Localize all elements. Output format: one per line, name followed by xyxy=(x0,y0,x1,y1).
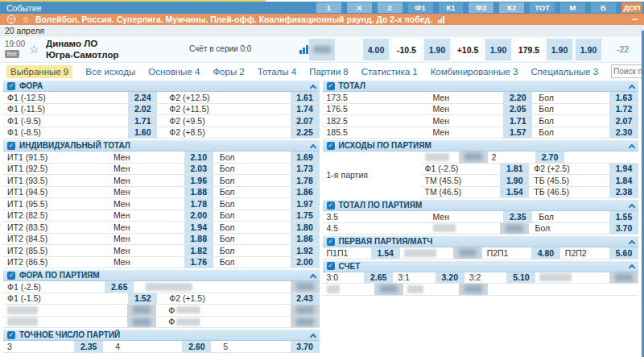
odds-cell[interactable]: 2.24 xyxy=(128,92,157,103)
odds-cell[interactable]: 1.90 xyxy=(576,39,601,60)
column-header-к2[interactable]: К2 xyxy=(499,2,524,13)
censored-odds-cell[interactable] xyxy=(309,39,335,60)
column-header-1[interactable]: 1 xyxy=(316,2,341,13)
odds-cell[interactable]: 1.54 xyxy=(500,187,529,198)
odds-cell[interactable]: 1.88 xyxy=(184,187,213,198)
censored-odds-cell[interactable] xyxy=(374,284,403,295)
market-section-header[interactable]: ✓ТОТАЛ ПО ПАРТИЯМ xyxy=(323,200,639,211)
collapse-section-icon[interactable] xyxy=(309,84,316,90)
additional-markets-count[interactable]: -22 xyxy=(617,44,629,54)
censored-odds-cell[interactable] xyxy=(127,305,156,316)
column-header-б[interactable]: Б xyxy=(591,2,616,13)
censored-odds-cell[interactable] xyxy=(291,305,320,316)
odds-cell[interactable]: 2.05 xyxy=(503,104,532,115)
odds-cell[interactable]: 1.82 xyxy=(184,245,213,256)
odds-cell[interactable]: 5.60 xyxy=(609,247,638,259)
favorite-star-icon[interactable]: ☆ xyxy=(29,43,39,56)
odds-cell[interactable]: 2.00 xyxy=(184,210,213,222)
odds-cell[interactable]: 1.90 xyxy=(547,39,572,60)
odds-cell[interactable]: 1.88 xyxy=(184,234,213,245)
search-input[interactable] xyxy=(613,67,644,76)
odds-cell[interactable]: 1.90 xyxy=(424,39,450,60)
section-checkbox[interactable]: ✓ xyxy=(7,142,15,150)
section-checkbox[interactable]: ✓ xyxy=(7,82,15,90)
statistics-icon[interactable] xyxy=(438,16,444,23)
tab-8[interactable]: Комбинированные 3 xyxy=(431,67,518,77)
favorite-star-icon[interactable]: ☆ xyxy=(22,15,30,25)
chart-icon[interactable] xyxy=(299,44,308,54)
tab-1[interactable]: Выбранные 9 xyxy=(6,65,72,78)
market-section-header[interactable]: ✓ФОРА xyxy=(3,81,320,92)
odds-cell[interactable]: 1.92 xyxy=(291,245,320,256)
odds-cell[interactable]: 1.76 xyxy=(184,257,213,268)
line-value-cell[interactable]: -10.5 xyxy=(392,39,421,60)
odds-cell[interactable]: 1.71 xyxy=(503,115,532,127)
censored-odds-cell[interactable] xyxy=(453,247,482,259)
odds-cell[interactable]: 1.96 xyxy=(184,175,213,186)
odds-cell[interactable]: 2.65 xyxy=(105,281,134,293)
odds-cell[interactable]: 1.80 xyxy=(291,222,320,233)
censored-odds-cell[interactable] xyxy=(127,317,156,328)
team-names[interactable]: Динамо ЛО Югра-Самотлор xyxy=(46,38,119,60)
odds-cell[interactable]: 1.81 xyxy=(500,164,529,175)
column-header-ф2[interactable]: Ф2 xyxy=(469,2,493,13)
collapse-section-icon[interactable] xyxy=(629,239,635,246)
odds-cell[interactable]: 2.25 xyxy=(291,127,320,139)
censored-odds-cell[interactable] xyxy=(291,281,320,293)
collapse-section-icon[interactable] xyxy=(629,143,635,150)
market-section-header[interactable]: ✓ИСХОДЫ ПО ПАРТИЯМ xyxy=(323,140,639,152)
market-section-header[interactable]: ✓СЧЕТ xyxy=(323,261,639,272)
market-section-header[interactable]: ✓ФОРА ПО ПАРТИЯМ xyxy=(3,270,320,281)
censored-odds-cell[interactable] xyxy=(500,223,529,235)
odds-cell[interactable]: 2.60 xyxy=(182,341,211,352)
collapse-section-icon[interactable] xyxy=(629,203,635,210)
league-bar[interactable]: ☆ Волейбол. Россия. Суперлига. Мужчины. … xyxy=(0,14,644,25)
odds-cell[interactable]: 1.74 xyxy=(291,104,320,115)
odds-cell[interactable]: 1.63 xyxy=(609,92,638,103)
section-checkbox[interactable]: ✓ xyxy=(327,82,335,90)
section-checkbox[interactable]: ✓ xyxy=(7,272,15,280)
odds-cell[interactable]: 1.61 xyxy=(291,92,320,103)
column-header-x[interactable]: X xyxy=(347,2,372,13)
censored-odds-cell[interactable] xyxy=(459,152,488,163)
odds-cell[interactable]: 4.00 xyxy=(363,39,389,60)
odds-cell[interactable]: 2.70 xyxy=(535,152,564,163)
odds-cell[interactable]: 2.30 xyxy=(609,127,638,139)
odds-cell[interactable]: 1.60 xyxy=(128,127,157,139)
odds-cell[interactable]: 1.78 xyxy=(184,198,213,210)
column-header-2[interactable]: 2 xyxy=(378,2,402,13)
tab-9[interactable]: Специальные 3 xyxy=(530,67,598,77)
event-row[interactable]: 19:00 live ☆ Динамо ЛО Югра-Самотлор Счё… xyxy=(0,36,644,63)
odds-cell[interactable]: 1.72 xyxy=(609,104,638,115)
odds-cell[interactable]: 1.86 xyxy=(291,234,320,245)
odds-cell[interactable]: 3.70 xyxy=(609,223,638,235)
column-header-тот[interactable]: ТОТ xyxy=(530,2,555,13)
collapse-section-icon[interactable] xyxy=(309,333,316,339)
censored-odds-cell[interactable] xyxy=(459,284,488,295)
odds-cell[interactable]: 3.20 xyxy=(436,272,464,284)
column-header-доп[interactable]: ДОП xyxy=(621,2,642,13)
column-header-ф1[interactable]: Ф1 xyxy=(408,2,433,13)
column-header-м[interactable]: М xyxy=(560,2,585,13)
tab-6[interactable]: Партии 8 xyxy=(309,67,349,77)
censored-odds-cell[interactable] xyxy=(291,317,320,328)
line-value-cell[interactable]: +10.5 xyxy=(453,39,482,60)
odds-cell[interactable]: 5.10 xyxy=(506,272,535,284)
search-box[interactable] xyxy=(611,64,644,78)
odds-cell[interactable]: 2.00 xyxy=(291,257,320,268)
collapse-section-icon[interactable] xyxy=(629,84,635,90)
odds-cell[interactable]: 2.65 xyxy=(364,272,393,284)
market-section-header[interactable]: ✓ПЕРВАЯ ПАРТИЯ/МАТЧ xyxy=(323,236,639,247)
section-checkbox[interactable]: ✓ xyxy=(327,142,335,150)
odds-cell[interactable]: 3.70 xyxy=(291,341,320,352)
line-value-cell[interactable]: 179.5 xyxy=(514,39,543,60)
odds-cell[interactable]: 1.94 xyxy=(609,164,638,175)
odds-cell[interactable]: 2.07 xyxy=(609,115,638,127)
odds-cell[interactable]: 1.86 xyxy=(291,187,320,198)
odds-cell[interactable]: 1.75 xyxy=(291,210,320,222)
odds-cell[interactable]: 2.10 xyxy=(184,152,213,163)
odds-cell[interactable]: 2.20 xyxy=(503,92,532,103)
section-checkbox[interactable]: ✓ xyxy=(327,262,335,270)
odds-cell[interactable]: 4.80 xyxy=(531,247,560,259)
odds-cell[interactable]: 1.94 xyxy=(184,222,213,233)
